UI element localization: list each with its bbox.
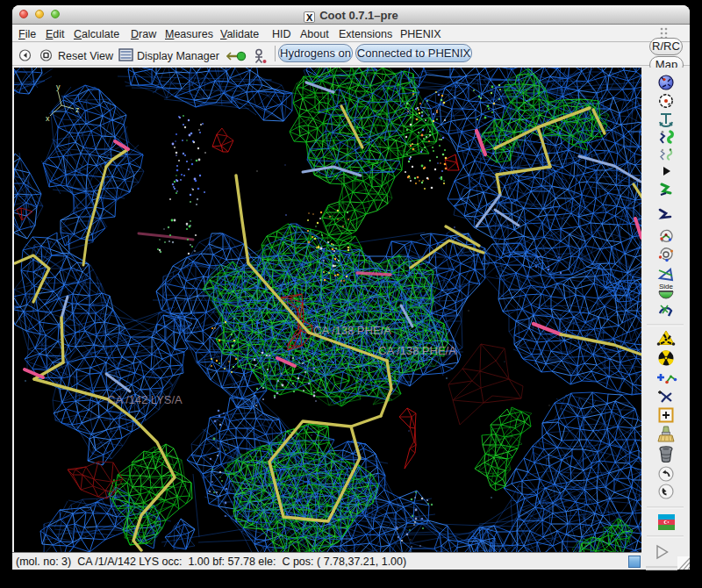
svg-text:CA /138 PHE/A: CA /138 PHE/A (378, 344, 456, 357)
svg-text:x: x (46, 114, 50, 123)
svg-text:y: y (56, 82, 61, 91)
svg-text:z: z (75, 105, 80, 114)
svg-text:CA /138 PHE/A: CA /138 PHE/A (313, 324, 391, 337)
svg-text:Side: Side (659, 283, 674, 290)
svg-text:CA /142 LYS/A: CA /142 LYS/A (107, 393, 183, 406)
